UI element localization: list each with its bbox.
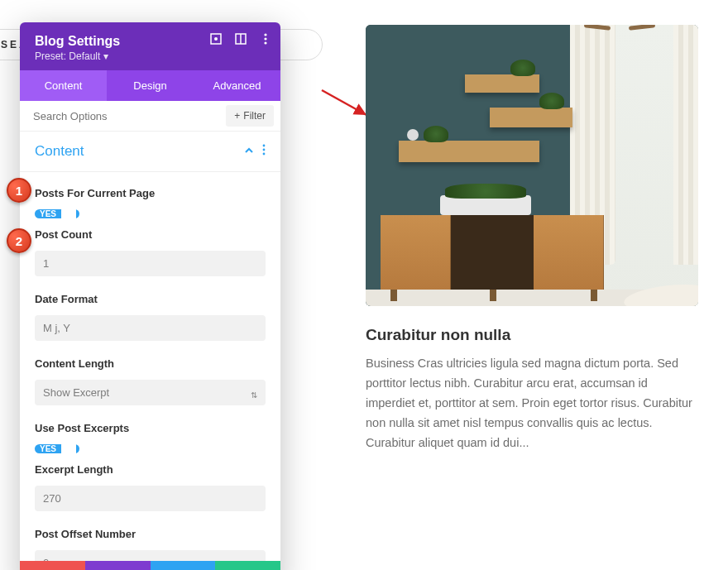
- redo-button[interactable]: [151, 561, 216, 570]
- panel-header-icons: [209, 32, 272, 46]
- toggle-yes-label-2: YES: [40, 444, 56, 453]
- posts-current-page-label: Posts For Current Page: [35, 187, 266, 199]
- date-format-label: Date Format: [35, 293, 266, 305]
- content-length-select[interactable]: [35, 380, 266, 405]
- panel-header: Blog Settings Preset: Default ▾: [20, 22, 280, 70]
- plus-icon: +: [234, 110, 240, 122]
- undo-button[interactable]: [85, 561, 151, 570]
- post-featured-image[interactable]: [366, 25, 698, 306]
- more-icon[interactable]: [259, 32, 272, 46]
- posts-current-page-toggle[interactable]: YES: [35, 209, 79, 218]
- post-title[interactable]: Curabitur non nulla: [366, 326, 698, 344]
- section-more-icon[interactable]: [262, 144, 266, 159]
- section-head-icons: [244, 144, 266, 159]
- post-offset-label: Post Offset Number: [35, 528, 266, 540]
- annotation-marker-2: 2: [7, 228, 31, 253]
- content-section-title: Content: [35, 143, 84, 160]
- svg-point-1: [214, 37, 218, 41]
- content-length-label: Content Length: [35, 357, 266, 370]
- filter-label: Filter: [243, 110, 266, 122]
- svg-point-6: [264, 41, 266, 44]
- svg-point-7: [263, 145, 266, 147]
- options-search-row: + Filter: [20, 101, 280, 132]
- excerpt-length-label: Excerpt Length: [35, 463, 266, 476]
- filter-button[interactable]: + Filter: [226, 105, 274, 127]
- annotation-marker-1: 1: [7, 178, 31, 203]
- date-format-input[interactable]: [35, 315, 266, 341]
- tab-content[interactable]: Content: [20, 70, 107, 101]
- toggle-yes-label: YES: [40, 209, 56, 218]
- blog-post-preview: Curabitur non nulla Business Cras ultric…: [366, 25, 698, 453]
- post-count-input[interactable]: [35, 251, 266, 276]
- chevron-up-icon[interactable]: [244, 144, 254, 159]
- toggle-knob: [61, 207, 76, 222]
- expand-icon[interactable]: [209, 32, 223, 46]
- tab-advanced[interactable]: Advanced: [194, 70, 280, 101]
- use-post-excerpts-label: Use Post Excerpts: [35, 422, 266, 434]
- panel-footer: [20, 561, 280, 570]
- blog-settings-panel: Blog Settings Preset: Default ▾ Content …: [20, 22, 280, 570]
- panel-body: Posts For Current Page YES Post Count Da…: [20, 172, 280, 561]
- svg-point-9: [263, 153, 266, 156]
- panel-preset-dropdown[interactable]: Preset: Default ▾: [35, 50, 266, 62]
- svg-point-4: [264, 33, 266, 36]
- post-offset-input[interactable]: [35, 550, 266, 561]
- svg-point-8: [263, 149, 266, 151]
- excerpt-length-input[interactable]: [35, 486, 266, 511]
- search-options-input[interactable]: [20, 102, 219, 131]
- content-section-header[interactable]: Content: [20, 132, 280, 172]
- panel-tabs: Content Design Advanced: [20, 70, 280, 101]
- cancel-button[interactable]: [20, 561, 85, 570]
- use-post-excerpts-toggle[interactable]: YES: [35, 444, 79, 453]
- post-excerpt: Business Cras ultricies ligula sed magna…: [366, 354, 698, 453]
- content-length-select-wrap: [35, 380, 266, 412]
- layout-icon[interactable]: [234, 32, 247, 46]
- post-count-label: Post Count: [35, 228, 266, 241]
- save-button[interactable]: [215, 561, 280, 570]
- svg-point-5: [264, 37, 266, 40]
- toggle-knob-2: [61, 442, 76, 457]
- tab-design[interactable]: Design: [107, 70, 194, 101]
